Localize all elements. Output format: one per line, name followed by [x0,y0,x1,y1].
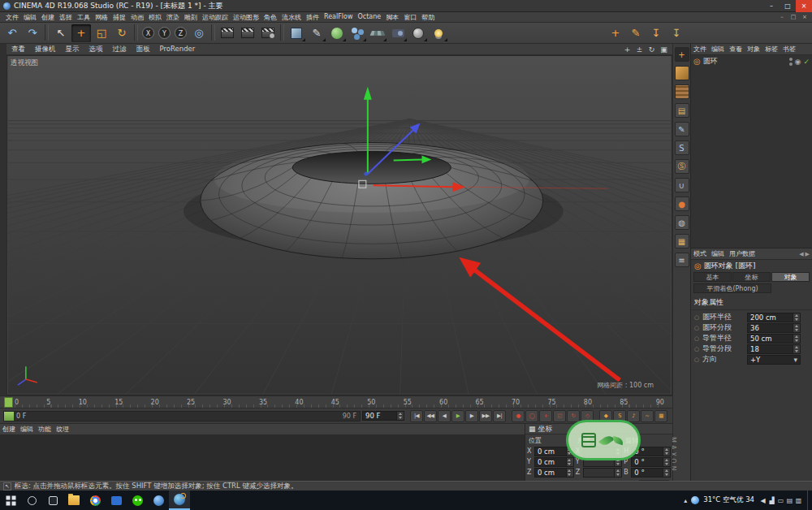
qq-icon[interactable] [148,491,169,510]
attribute-menu-item[interactable]: 模式 [691,249,709,258]
live-selection-tool[interactable]: ↖ [51,24,71,42]
object-manager-menu-item[interactable]: 编辑 [709,45,727,54]
stepper[interactable] [793,313,800,322]
spline-icon[interactable]: S [675,140,689,155]
next-frame-button[interactable]: ▶ [465,410,478,422]
toolbar-separator[interactable] [45,24,49,41]
stepper[interactable] [566,469,573,477]
stepper[interactable] [663,447,670,456]
undo-button[interactable]: ↶ [2,24,22,42]
menu-item[interactable]: 选择 [57,13,75,22]
viewport-menu-item[interactable]: 摄像机 [30,45,61,54]
notification-center-icon[interactable]: ▥ [794,497,803,504]
minimize-button[interactable]: – [763,0,780,12]
coordinate-field[interactable]: 0 ° [631,457,671,467]
goto-end-button[interactable]: ▶| [493,410,506,422]
attribute-menu-item[interactable]: 编辑 [709,249,727,258]
chrome-icon[interactable] [84,491,106,510]
redo-button[interactable]: ↷ [23,24,42,42]
cube-tool-icon[interactable] [675,66,689,80]
menu-item[interactable]: 网格 [93,13,110,22]
material-menu-item[interactable]: 功能 [36,425,54,434]
attribute-tab[interactable]: 平滑着色(Phong) [693,283,771,293]
navigation-pad-icon[interactable]: + [675,47,689,62]
animation-dot[interactable]: ○ [694,357,700,363]
material-menu-item[interactable]: 纹理 [54,425,71,434]
pen-icon[interactable]: ✎ [675,122,689,136]
viewport-menu-item[interactable]: ProRender [155,45,201,54]
perspective-viewport[interactable]: 透视视图 网格间距 : 100 cm [6,55,672,395]
timeline-ruler[interactable]: 051015202530354045505560657075808590 [0,395,672,408]
coordinate-system-button[interactable]: ◎ [189,24,209,42]
viewport-canvas[interactable] [7,56,672,395]
task-view-button[interactable] [42,491,63,510]
play-button[interactable]: ▶ [451,410,464,422]
slider-handle[interactable] [4,412,14,421]
stepper[interactable] [566,458,573,466]
cinema4d-icon[interactable] [169,491,190,510]
wechat-icon[interactable] [127,491,148,510]
autokey-toggle[interactable]: ◯ [525,410,538,422]
toolbar-separator[interactable] [211,24,215,41]
ime-icon[interactable]: ▤ [785,497,794,504]
toolbar-separator[interactable] [280,24,284,41]
viewport-menu-item[interactable]: 选项 [84,45,108,54]
render-region-button[interactable] [238,24,257,42]
stepper[interactable] [663,458,670,466]
menu-item[interactable]: 运动跟踪 [200,13,231,22]
torus-object[interactable] [201,142,543,258]
enabled-checkmark-icon[interactable]: ✓ [803,58,810,66]
viewport-menu-item[interactable]: 查看 [6,45,30,54]
menu-item[interactable]: Octane [356,13,384,22]
toolbar-separator[interactable] [134,24,138,41]
attribute-field[interactable]: 18 ▾ [747,344,801,354]
file-explorer-icon[interactable] [63,491,84,510]
stepper[interactable] [793,324,800,332]
menu-item[interactable]: 渲染 [164,13,182,22]
animation-dot[interactable]: ○ [694,314,700,321]
menu-item[interactable]: RealFlow [322,13,356,22]
menu-item[interactable]: 工具 [75,13,93,22]
stepper[interactable] [793,345,800,353]
start-button[interactable] [0,491,21,510]
toggle-views-icon[interactable]: ▣ [659,45,668,54]
record-scale-toggle[interactable]: ◱ [553,410,566,422]
stepper[interactable] [793,335,800,343]
import-plugin-button-2[interactable]: ↧ [667,24,686,42]
stepper[interactable] [614,469,621,477]
attribute-tab[interactable]: 基本 [693,272,732,282]
stairs-icon[interactable]: ≡ [675,253,689,267]
floor-object-button[interactable] [368,24,387,42]
volume-icon[interactable]: ◀ [758,497,767,504]
attribute-tab[interactable]: 坐标 [732,272,771,282]
wire-sphere-icon[interactable]: ◍ [675,215,689,230]
record-keyframe-button[interactable]: ● [512,410,525,422]
magnet-icon[interactable]: ∪ [675,178,689,192]
battery-icon[interactable]: ▭ [776,497,785,504]
menu-item[interactable]: 创建 [39,13,57,22]
weather-text[interactable]: 31°C 空气优 34 [703,495,754,505]
camera-object-button[interactable] [388,24,408,42]
menu-item[interactable]: 文件 [3,13,21,22]
mail-app-icon[interactable] [106,491,127,510]
pan-view-icon[interactable]: + [623,45,632,54]
scale-tool[interactable]: ◱ [92,24,111,42]
display-sphere-button[interactable] [408,24,428,42]
menu-item[interactable]: 脚本 [383,13,401,22]
next-key-button[interactable]: ▶▶ [479,410,492,422]
object-name[interactable]: 圆环 [703,56,718,67]
weather-app-icon[interactable] [691,496,699,504]
lock-x-axis-button[interactable]: X [140,24,156,42]
object-manager-menu-item[interactable]: 对象 [745,45,762,54]
stepper[interactable] [663,469,670,477]
history-back-icon[interactable]: ◀ [799,251,803,257]
prev-key-button[interactable]: ◀◀ [424,410,437,422]
add-primitive-cube-button[interactable] [287,24,306,42]
inner-close-button[interactable]: × [799,14,810,20]
history-forward-icon[interactable]: ▶ [806,251,810,257]
material-menu-item[interactable]: 创建 [0,425,18,434]
object-manager-menu-item[interactable]: 标签 [762,45,780,54]
package-icon[interactable]: ▤ [675,103,689,118]
coordinate-field[interactable]: 0 cm [534,457,574,467]
object-manager-menu-item[interactable]: 查看 [727,45,745,54]
